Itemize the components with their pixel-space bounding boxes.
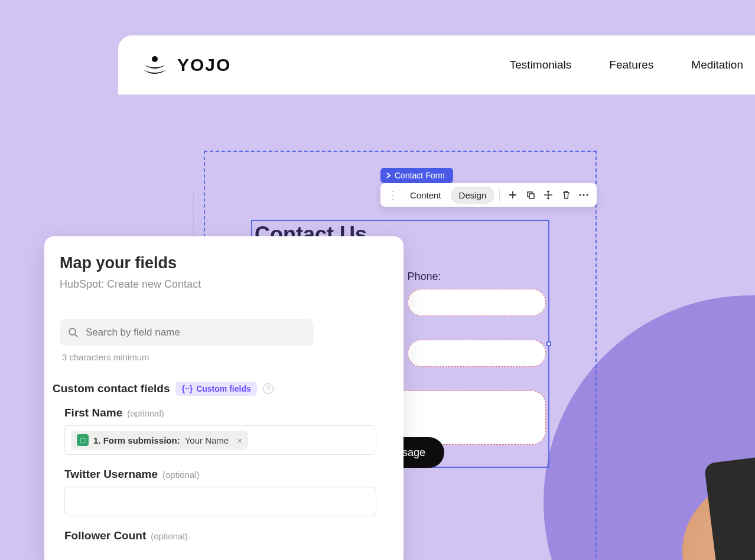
label-phone: Phone: bbox=[408, 271, 546, 283]
field-label: Follower Count bbox=[64, 529, 146, 542]
move-button[interactable] bbox=[540, 187, 557, 203]
svg-point-3 bbox=[580, 194, 581, 196]
resize-handle-right[interactable] bbox=[546, 341, 551, 346]
field-label: Twitter Username bbox=[64, 468, 158, 481]
search-icon bbox=[68, 327, 79, 338]
brand-name: YOJO bbox=[177, 55, 231, 75]
tab-content[interactable]: Content bbox=[402, 187, 450, 204]
selection-breadcrumb[interactable]: Contact Form bbox=[380, 168, 453, 183]
search-hint: 3 characters minimum bbox=[60, 352, 388, 362]
svg-point-5 bbox=[587, 194, 588, 196]
more-button[interactable] bbox=[575, 187, 592, 203]
mapping-chip[interactable]: ⬚ 1. Form submission: Your Name × bbox=[71, 431, 248, 450]
help-icon[interactable]: ? bbox=[263, 383, 274, 394]
selection-label-text: Contact Form bbox=[395, 171, 445, 180]
nav-features[interactable]: Features bbox=[609, 58, 653, 71]
nav-meditation[interactable]: Meditation bbox=[691, 58, 743, 71]
move-icon bbox=[544, 190, 553, 200]
site-header: YOJO Testimonials Features Meditation FA… bbox=[118, 35, 755, 95]
field-follower-count: Follower Count (optional) bbox=[64, 529, 376, 542]
svg-point-6 bbox=[69, 328, 76, 335]
main-nav: Testimonials Features Meditation FAQ bbox=[510, 58, 755, 71]
svg-point-0 bbox=[152, 56, 158, 62]
nav-testimonials[interactable]: Testimonials bbox=[510, 58, 572, 71]
input-phone[interactable] bbox=[408, 289, 546, 316]
field-search[interactable] bbox=[60, 319, 314, 346]
decor-phone bbox=[704, 454, 755, 560]
brand-logo[interactable]: YOJO bbox=[142, 52, 231, 78]
chip-remove[interactable]: × bbox=[237, 435, 242, 445]
add-button[interactable] bbox=[505, 187, 521, 203]
toolbar-separator bbox=[499, 188, 500, 201]
plus-icon bbox=[508, 190, 518, 200]
field-input-twitter[interactable] bbox=[64, 487, 376, 516]
field-twitter-username: Twitter Username (optional) bbox=[64, 468, 376, 516]
alignment-guide bbox=[193, 189, 194, 242]
svg-rect-2 bbox=[529, 194, 534, 198]
badge-label: Custom fields bbox=[196, 384, 251, 393]
field-optional: (optional) bbox=[127, 408, 164, 418]
custom-fields-badge[interactable]: {··} Custom fields bbox=[175, 382, 256, 396]
brackets-icon: {··} bbox=[181, 384, 193, 393]
element-toolbar: ⋮ Content Design bbox=[380, 183, 597, 207]
field-label: First Name bbox=[64, 406, 122, 419]
trash-icon bbox=[562, 190, 571, 200]
duplicate-button[interactable] bbox=[522, 187, 539, 203]
panel-title: Map your fields bbox=[60, 254, 388, 272]
section-title: Custom contact fields bbox=[53, 382, 170, 395]
logo-icon bbox=[142, 52, 168, 78]
panel-subtitle: HubSpot: Create new Contact bbox=[60, 278, 388, 291]
copy-icon bbox=[526, 190, 535, 200]
map-fields-panel: Map your fields HubSpot: Create new Cont… bbox=[44, 236, 403, 560]
field-optional: (optional) bbox=[151, 531, 188, 541]
more-icon bbox=[579, 194, 588, 196]
chip-value: Your Name bbox=[185, 435, 229, 445]
field-input-first-name[interactable]: ⬚ 1. Form submission: Your Name × bbox=[64, 425, 376, 455]
chip-prefix: 1. Form submission: bbox=[93, 435, 180, 445]
delete-button[interactable] bbox=[558, 187, 574, 203]
field-first-name: First Name (optional) ⬚ 1. Form submissi… bbox=[64, 406, 376, 455]
svg-point-4 bbox=[583, 194, 585, 196]
drag-handle-icon[interactable]: ⋮ bbox=[385, 188, 401, 201]
form-source-icon: ⬚ bbox=[77, 434, 89, 446]
field-optional: (optional) bbox=[162, 470, 200, 480]
input-row2-right[interactable] bbox=[408, 340, 546, 367]
search-input[interactable] bbox=[86, 327, 305, 338]
chevron-right-icon bbox=[386, 172, 391, 178]
tab-design[interactable]: Design bbox=[451, 187, 495, 204]
